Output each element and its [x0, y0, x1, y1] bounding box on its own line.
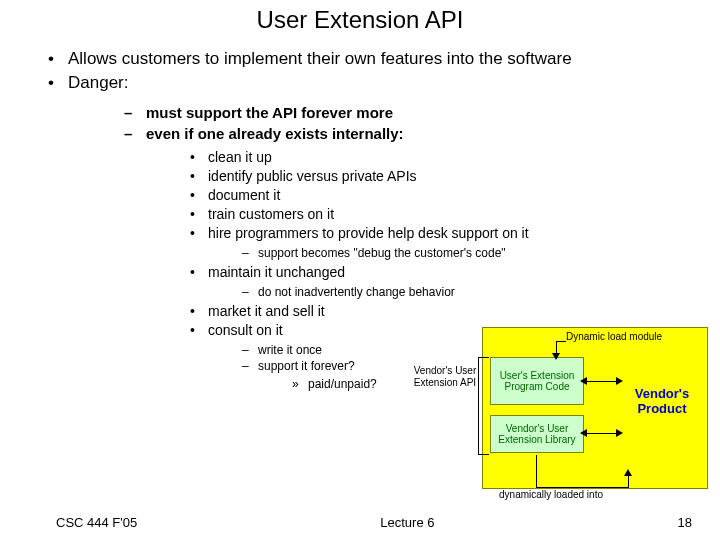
sub-maintain: maintain it unchanged do not inadvertent…: [186, 263, 650, 300]
arrow-head-icon: [580, 429, 587, 437]
sub-text: document it: [208, 187, 280, 203]
arrow-line: [584, 381, 618, 382]
subdash-text: support it forever?: [258, 359, 355, 373]
bullet-text: Danger:: [68, 73, 128, 92]
sub-text: clean it up: [208, 149, 272, 165]
subdash-text: write it once: [258, 343, 322, 357]
subdash-text: do not inadvertently change behavior: [258, 285, 455, 299]
dash-text: even if one already exists internally:: [146, 125, 404, 142]
vendor-extension-lib-box: Vendor's User Extension Library: [490, 415, 584, 453]
subdash-debug: support becomes "debug the customer's co…: [238, 245, 650, 261]
sub-text: market it and sell it: [208, 303, 325, 319]
api-label: Vendor's User Extension API: [402, 365, 488, 388]
sub-text: hire programmers to provide help desk su…: [208, 225, 529, 241]
slide-title: User Extension API: [0, 0, 720, 34]
arrow-line: [536, 455, 537, 487]
arrow-head-icon: [580, 377, 587, 385]
level4-list: support becomes "debug the customer's co…: [208, 245, 650, 261]
dash-text: must support the API forever more: [146, 104, 393, 121]
level4-list: do not inadvertently change behavior: [208, 284, 650, 300]
sub-text: consult on it: [208, 322, 283, 338]
arrow-head-icon: [616, 377, 623, 385]
slide-footer: CSC 444 F'05 Lecture 6 18: [0, 515, 720, 530]
dynamic-module-label: Dynamic load module: [566, 331, 662, 342]
arrow-line: [628, 475, 629, 488]
arrow-line: [536, 487, 628, 488]
sub-document: document it: [186, 186, 650, 205]
architecture-diagram: User's Extension Program Code Vendor's U…: [356, 327, 708, 502]
sub-text: train customers on it: [208, 206, 334, 222]
footer-right: 18: [678, 515, 692, 530]
arrow-head-icon: [624, 469, 632, 476]
sub-identify: identify public versus private APIs: [186, 167, 650, 186]
dash-support-forever: must support the API forever more: [118, 102, 650, 123]
dynamically-loaded-label: dynamically loaded into: [491, 489, 611, 500]
arrow-head-icon: [616, 429, 623, 437]
slide: User Extension API Allows customers to i…: [0, 0, 720, 540]
sub-hire: hire programmers to provide help desk su…: [186, 224, 650, 261]
vendor-product-label: Vendor's Product: [626, 387, 698, 417]
user-extension-code-box: User's Extension Program Code: [490, 357, 584, 405]
arrow-line: [556, 341, 566, 342]
bullet-allows: Allows customers to implement their own …: [40, 48, 650, 70]
arrow-head-icon: [552, 353, 560, 360]
subdash-text: support becomes "debug the customer's co…: [258, 246, 506, 260]
box-label: User's Extension Program Code: [493, 370, 581, 393]
sub-clean: clean it up: [186, 148, 650, 167]
sub-train: train customers on it: [186, 205, 650, 224]
subdash-behavior: do not inadvertently change behavior: [238, 284, 650, 300]
box-label: Vendor's User Extension Library: [493, 423, 581, 446]
bullet-text: Allows customers to implement their own …: [68, 49, 572, 68]
footer-center: Lecture 6: [380, 515, 434, 530]
footer-left: CSC 444 F'05: [56, 515, 137, 530]
sub-market: market it and sell it: [186, 302, 650, 321]
sub-text: maintain it unchanged: [208, 264, 345, 280]
arrow-line: [584, 433, 618, 434]
sub-text: identify public versus private APIs: [208, 168, 417, 184]
